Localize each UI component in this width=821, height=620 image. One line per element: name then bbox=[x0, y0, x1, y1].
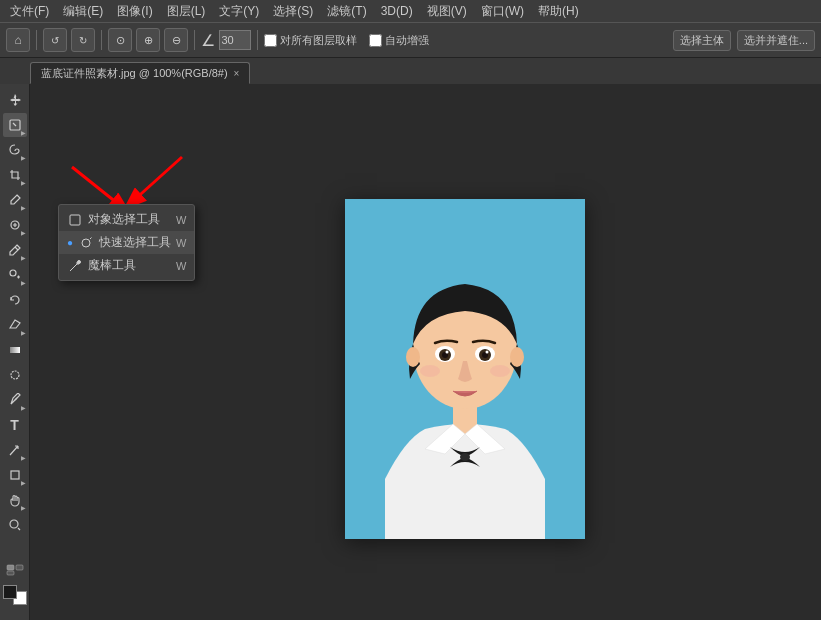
clone-tool[interactable]: ▶ bbox=[3, 263, 27, 287]
menu-window[interactable]: 窗口(W) bbox=[475, 1, 530, 22]
undo-icon[interactable]: ↺ bbox=[43, 28, 67, 52]
color-selector[interactable] bbox=[3, 585, 27, 605]
select-and-mask-button[interactable]: 选并并遮住... bbox=[737, 30, 815, 51]
shape-submenu-arrow: ▶ bbox=[21, 479, 26, 486]
menu-3d[interactable]: 3D(D) bbox=[375, 2, 419, 20]
svg-rect-5 bbox=[11, 471, 19, 479]
sep3 bbox=[194, 30, 195, 50]
blur-tool[interactable] bbox=[3, 363, 27, 387]
svg-point-4 bbox=[11, 371, 19, 379]
tool-dropdown-menu: 对象选择工具 W ● 快速选择工具 W 魔棒工具 W bbox=[58, 204, 195, 281]
brush-tool[interactable]: ▶ bbox=[3, 238, 27, 262]
all-layers-label: 对所有图层取样 bbox=[280, 33, 357, 48]
auto-enhance-label: 自动增强 bbox=[385, 33, 429, 48]
hand-tool[interactable]: ▶ bbox=[3, 488, 27, 512]
dropdown-item-object-select[interactable]: 对象选择工具 W bbox=[59, 208, 194, 231]
svg-rect-9 bbox=[7, 571, 14, 575]
photo-canvas bbox=[345, 199, 585, 539]
lasso-tool[interactable]: ▶ bbox=[3, 138, 27, 162]
sep1 bbox=[36, 30, 37, 50]
auto-enhance-checkbox[interactable] bbox=[369, 34, 382, 47]
menu-file[interactable]: 文件(F) bbox=[4, 1, 55, 22]
brush-icon[interactable]: ⊙ bbox=[108, 28, 132, 52]
tab-title: 蓝底证件照素材.jpg @ 100%(RGB/8#) bbox=[41, 66, 228, 81]
angle-label: ∠ bbox=[201, 31, 215, 50]
tab-close-button[interactable]: × bbox=[234, 68, 240, 79]
svg-point-28 bbox=[78, 260, 81, 263]
history-brush-tool[interactable] bbox=[3, 288, 27, 312]
foreground-color-box[interactable] bbox=[3, 585, 17, 599]
clone-submenu-arrow: ▶ bbox=[21, 279, 26, 286]
svg-point-23 bbox=[486, 351, 489, 354]
path-submenu-arrow: ▶ bbox=[21, 454, 26, 461]
left-toolbar: ▶ ▶ ▶ ▶ ▶ ▶ ▶ bbox=[0, 84, 30, 620]
menu-filter[interactable]: 滤镜(T) bbox=[321, 1, 372, 22]
svg-point-25 bbox=[490, 365, 510, 377]
eraser-submenu-arrow: ▶ bbox=[21, 329, 26, 336]
angle-input[interactable] bbox=[219, 30, 251, 50]
select-subject-button[interactable]: 选择主体 bbox=[673, 30, 731, 51]
home-icon[interactable]: ⌂ bbox=[6, 28, 30, 52]
svg-rect-7 bbox=[7, 565, 14, 570]
svg-rect-3 bbox=[10, 347, 20, 353]
svg-point-15 bbox=[510, 347, 524, 367]
svg-rect-8 bbox=[16, 565, 23, 570]
extra-tool-1[interactable] bbox=[3, 558, 27, 582]
active-indicator: ● bbox=[67, 237, 73, 248]
gradient-tool[interactable] bbox=[3, 338, 27, 362]
magic-wand-shortcut: W bbox=[176, 260, 186, 272]
svg-point-12 bbox=[460, 453, 470, 461]
sep4 bbox=[257, 30, 258, 50]
svg-rect-26 bbox=[70, 215, 80, 225]
menu-edit[interactable]: 编辑(E) bbox=[57, 1, 109, 22]
svg-point-24 bbox=[420, 365, 440, 377]
crop-tool[interactable]: ▶ bbox=[3, 163, 27, 187]
move-tool[interactable] bbox=[3, 88, 27, 112]
dropdown-item-object-label: 对象选择工具 bbox=[88, 211, 160, 228]
pen-submenu-arrow: ▶ bbox=[21, 404, 26, 411]
document-tab[interactable]: 蓝底证件照素材.jpg @ 100%(RGB/8#) × bbox=[30, 62, 250, 84]
eyedropper-tool[interactable]: ▶ bbox=[3, 188, 27, 212]
lasso-submenu-arrow: ▶ bbox=[21, 154, 26, 161]
sep2 bbox=[101, 30, 102, 50]
menu-help[interactable]: 帮助(H) bbox=[532, 1, 585, 22]
hand-submenu-arrow: ▶ bbox=[21, 504, 26, 511]
text-tool[interactable]: T bbox=[3, 413, 27, 437]
brush-submenu-arrow: ▶ bbox=[21, 254, 26, 261]
quick-select-shortcut: W bbox=[176, 237, 186, 249]
magic-wand-icon bbox=[67, 258, 83, 274]
menu-layer[interactable]: 图层(L) bbox=[161, 1, 212, 22]
svg-point-14 bbox=[406, 347, 420, 367]
object-select-shortcut: W bbox=[176, 214, 186, 226]
menu-image[interactable]: 图像(I) bbox=[111, 1, 158, 22]
canvas-area: 对象选择工具 W ● 快速选择工具 W 魔棒工具 W bbox=[30, 84, 821, 620]
subtract-icon[interactable]: ⊖ bbox=[164, 28, 188, 52]
menu-select[interactable]: 选择(S) bbox=[267, 1, 319, 22]
tool-submenu-arrow: ▶ bbox=[21, 129, 26, 136]
svg-point-2 bbox=[10, 270, 16, 276]
healing-submenu-arrow: ▶ bbox=[21, 229, 26, 236]
svg-point-6 bbox=[10, 520, 18, 528]
tab-bar: 蓝底证件照素材.jpg @ 100%(RGB/8#) × bbox=[0, 58, 821, 84]
shape-tool[interactable]: ▶ bbox=[3, 463, 27, 487]
pen-tool[interactable]: ▶ bbox=[3, 388, 27, 412]
path-selection-tool[interactable]: ▶ bbox=[3, 438, 27, 462]
menu-view[interactable]: 视图(V) bbox=[421, 1, 473, 22]
dropdown-item-magic-label: 魔棒工具 bbox=[88, 257, 136, 274]
menu-text[interactable]: 文字(Y) bbox=[213, 1, 265, 22]
toolbar: ⌂ ↺ ↻ ⊙ ⊕ ⊖ ∠ 对所有图层取样 自动增强 选择主体 选并并遮住... bbox=[0, 22, 821, 58]
dropdown-item-quick-select[interactable]: ● 快速选择工具 W bbox=[59, 231, 194, 254]
main-area: ▶ ▶ ▶ ▶ ▶ ▶ ▶ bbox=[0, 84, 821, 620]
selection-tool[interactable]: ▶ bbox=[3, 113, 27, 137]
expand-icon[interactable]: ⊕ bbox=[136, 28, 160, 52]
dropdown-item-magic-wand[interactable]: 魔棒工具 W bbox=[59, 254, 194, 277]
dropdown-item-quick-label: 快速选择工具 bbox=[99, 234, 171, 251]
eraser-tool[interactable]: ▶ bbox=[3, 313, 27, 337]
all-layers-checkbox[interactable] bbox=[264, 34, 277, 47]
zoom-tool[interactable] bbox=[3, 513, 27, 537]
object-select-icon bbox=[67, 212, 83, 228]
auto-enhance-group: 自动增强 bbox=[369, 33, 429, 48]
redo-icon[interactable]: ↻ bbox=[71, 28, 95, 52]
healing-tool[interactable]: ▶ bbox=[3, 213, 27, 237]
svg-point-22 bbox=[446, 351, 449, 354]
